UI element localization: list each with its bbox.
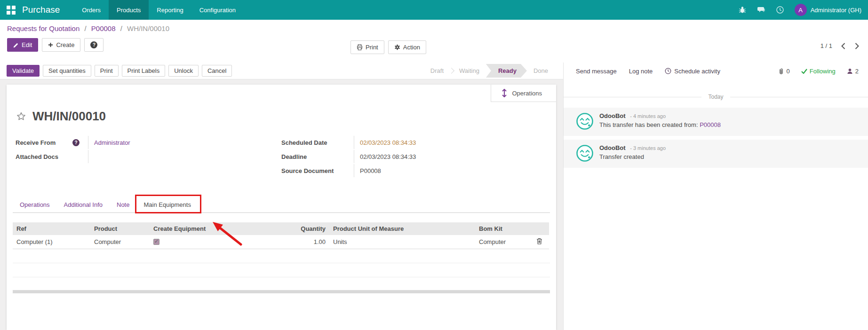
cancel-button[interactable]: Cancel bbox=[202, 65, 232, 77]
cell-product[interactable]: Computer bbox=[90, 235, 150, 249]
tab-operations[interactable]: Operations bbox=[13, 197, 57, 212]
empty-list-line bbox=[13, 263, 550, 277]
validate-button[interactable]: Validate bbox=[7, 65, 40, 77]
control-panel: Requests for Quotation / P00008 / WH/IN/… bbox=[0, 20, 868, 63]
user-name: Administrator (GH) bbox=[811, 7, 861, 14]
attachments-counter[interactable]: 0 bbox=[778, 68, 790, 75]
tab-main-equipments[interactable]: Main Equipments bbox=[136, 197, 198, 212]
print-button[interactable]: Print bbox=[95, 65, 119, 77]
tab-additional-info[interactable]: Additional Info bbox=[57, 197, 110, 212]
pager-value: 1 / 1 bbox=[820, 42, 832, 49]
attached-docs-value[interactable] bbox=[88, 150, 94, 163]
menu-orders[interactable]: Orders bbox=[74, 0, 109, 20]
breadcrumb-rfq[interactable]: Requests for Quotation bbox=[7, 24, 80, 32]
status-widget: Draft Waiting Ready Done bbox=[424, 64, 555, 78]
message-author[interactable]: OdooBot bbox=[599, 112, 626, 119]
set-quantities-button[interactable]: Set quantities bbox=[43, 65, 91, 77]
pager-previous-icon[interactable] bbox=[841, 43, 846, 49]
odoobot-avatar[interactable] bbox=[576, 144, 594, 162]
create-button[interactable]: Create bbox=[42, 38, 80, 52]
table-row[interactable]: Computer (1) Computer 1.00 Units Compute… bbox=[13, 235, 549, 249]
unlock-button[interactable]: Unlock bbox=[168, 65, 199, 77]
state-waiting[interactable]: Waiting bbox=[453, 67, 486, 74]
arrows-up-down-icon bbox=[502, 89, 507, 97]
menu-configuration[interactable]: Configuration bbox=[191, 0, 244, 20]
horizontal-scrollbar[interactable] bbox=[13, 290, 550, 293]
apps-grid-icon[interactable] bbox=[7, 6, 16, 15]
print-menu-button[interactable]: Print bbox=[350, 40, 384, 54]
user-avatar[interactable]: A bbox=[795, 4, 807, 16]
check-icon bbox=[801, 69, 807, 74]
field-group-left: Receive From ? Administrator Attached Do… bbox=[16, 136, 260, 178]
message-author[interactable]: OdooBot bbox=[599, 144, 626, 151]
form-statusbar: Validate Set quantities Print Print Labe… bbox=[0, 63, 563, 79]
menu-products[interactable]: Products bbox=[109, 0, 149, 20]
breadcrumb-p00008[interactable]: P00008 bbox=[91, 24, 116, 32]
field-group-right: Scheduled Date 02/03/2023 08:34:33 Deadl… bbox=[281, 136, 526, 178]
edit-button[interactable]: Edit bbox=[7, 38, 38, 52]
create-equipment-checkbox[interactable] bbox=[153, 239, 159, 245]
chatter-panel: Send message Log note Schedule activity … bbox=[563, 63, 868, 330]
followers-counter[interactable]: 2 bbox=[847, 68, 859, 75]
odoobot-avatar[interactable] bbox=[576, 112, 594, 130]
empty-list-line bbox=[13, 249, 550, 263]
print-labels-button[interactable]: Print Labels bbox=[122, 65, 166, 77]
menu-reporting[interactable]: Reporting bbox=[149, 0, 191, 20]
pager-next-icon[interactable] bbox=[854, 43, 860, 49]
col-create-equipment[interactable]: Create Equipment bbox=[150, 222, 258, 235]
col-quantity[interactable]: Quantity bbox=[258, 222, 329, 235]
day-divider: Today bbox=[564, 94, 868, 100]
scheduled-date-label: Scheduled Date bbox=[281, 136, 354, 149]
cell-ref[interactable]: Computer (1) bbox=[13, 235, 90, 249]
app-name[interactable]: Purchase bbox=[22, 5, 60, 15]
receive-from-value[interactable]: Administrator bbox=[94, 139, 130, 146]
debug-bug-icon[interactable] bbox=[738, 6, 747, 14]
person-icon bbox=[847, 68, 853, 74]
message-record-link[interactable]: P00008 bbox=[700, 121, 721, 128]
send-message-button[interactable]: Send message bbox=[576, 68, 617, 75]
plus-icon bbox=[48, 42, 53, 47]
col-product[interactable]: Product bbox=[90, 222, 150, 235]
state-done[interactable]: Done bbox=[527, 67, 555, 74]
odoo-app-window: Purchase Orders Products Reporting Confi… bbox=[0, 0, 868, 330]
equipment-lines-table: Ref Product Create Equipment Quantity Pr… bbox=[13, 222, 549, 249]
tab-note[interactable]: Note bbox=[110, 197, 136, 212]
message-body: Transfer created bbox=[599, 153, 666, 160]
field-help-icon[interactable]: ? bbox=[72, 139, 80, 146]
cell-quantity[interactable]: 1.00 bbox=[258, 235, 329, 249]
printer-icon bbox=[357, 44, 363, 50]
col-bom-kit[interactable]: Bom Kit bbox=[475, 222, 529, 235]
scheduled-date-value[interactable]: 02/03/2023 08:34:33 bbox=[354, 136, 416, 149]
table-header-row: Ref Product Create Equipment Quantity Pr… bbox=[13, 222, 549, 235]
top-navbar: Purchase Orders Products Reporting Confi… bbox=[0, 0, 868, 20]
log-note-button[interactable]: Log note bbox=[629, 68, 653, 75]
messages-icon[interactable] bbox=[757, 6, 765, 14]
schedule-activity-button[interactable]: Schedule activity bbox=[665, 68, 720, 75]
cell-actions bbox=[529, 235, 549, 249]
activities-clock-icon[interactable] bbox=[776, 6, 784, 14]
favorite-star-icon[interactable] bbox=[16, 111, 27, 122]
breadcrumb-current: WH/IN/00010 bbox=[127, 24, 169, 32]
state-draft[interactable]: Draft bbox=[424, 67, 450, 74]
following-button[interactable]: Following bbox=[801, 68, 836, 75]
message-time: - 3 minutes ago bbox=[630, 145, 666, 151]
deadline-value[interactable]: 02/03/2023 08:34:33 bbox=[354, 150, 416, 163]
user-menu[interactable]: A Administrator (GH) bbox=[795, 4, 861, 16]
state-ready[interactable]: Ready bbox=[486, 64, 527, 78]
col-ref[interactable]: Ref bbox=[13, 222, 90, 235]
action-menu-button[interactable]: Action bbox=[388, 40, 426, 54]
col-uom[interactable]: Product Unit of Measure bbox=[329, 222, 475, 235]
operations-smart-button[interactable]: Operations bbox=[491, 85, 556, 102]
delete-trash-icon[interactable] bbox=[536, 238, 542, 244]
col-actions bbox=[529, 222, 549, 235]
pencil-icon bbox=[13, 42, 19, 48]
source-document-value[interactable]: P00008 bbox=[354, 164, 381, 177]
cell-uom[interactable]: Units bbox=[329, 235, 475, 249]
message-body: This transfer has been created from: P00… bbox=[599, 121, 721, 128]
message-time: - 4 minutes ago bbox=[630, 113, 666, 119]
breadcrumb: Requests for Quotation / P00008 / WH/IN/… bbox=[7, 24, 861, 32]
cell-bom-kit[interactable]: Computer bbox=[475, 235, 529, 249]
form-sheet: Operations WH/IN/00010 Receive From bbox=[7, 85, 556, 330]
notebook-tabs: Operations Additional Info Note Main Equ… bbox=[13, 197, 550, 213]
help-button[interactable]: ? bbox=[84, 38, 104, 52]
